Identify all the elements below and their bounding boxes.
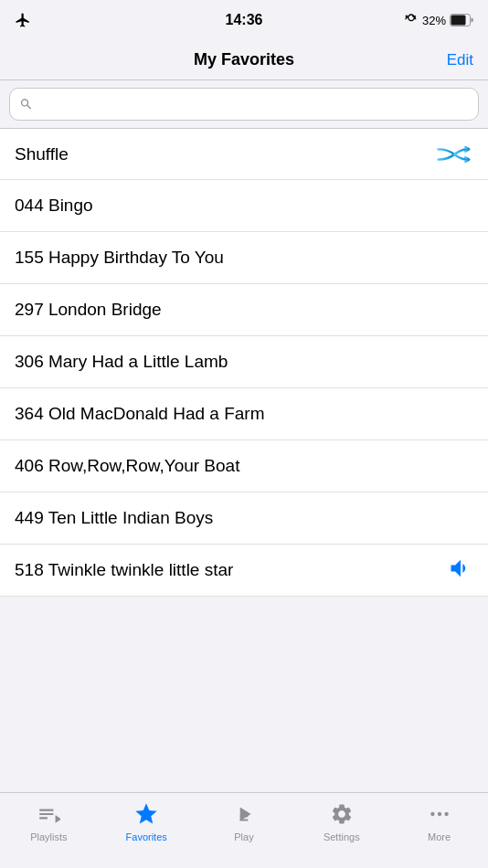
shuffle-label: Shuffle — [15, 144, 69, 164]
shuffle-row[interactable]: Shuffle — [0, 129, 488, 180]
song-row[interactable]: 155 Happy Birthday To You — [0, 232, 488, 284]
status-left — [15, 12, 88, 28]
song-row[interactable]: 306 Mary Had a Little Lamb — [0, 336, 488, 388]
tab-settings[interactable]: Settings — [292, 800, 390, 842]
song-list: 044 Bingo155 Happy Birthday To You297 Lo… — [0, 180, 488, 597]
song-title: 406 Row,Row,Row,Your Boat — [15, 456, 239, 476]
content-area: Shuffle — [0, 129, 488, 597]
edit-button[interactable]: Edit — [447, 51, 473, 69]
settings-tab-label: Settings — [324, 831, 360, 842]
settings-icon — [330, 800, 354, 828]
now-playing-icon — [448, 556, 473, 585]
svg-point-2 — [430, 812, 434, 816]
shuffle-icon — [437, 142, 473, 167]
battery-percent: 32% — [422, 14, 446, 27]
song-title: 518 Twinkle twinkle little star — [15, 560, 233, 580]
play-icon — [232, 800, 256, 828]
status-bar: 14:36 32% — [0, 0, 488, 40]
svg-point-3 — [437, 812, 440, 816]
song-title: 155 Happy Birthday To You — [15, 248, 224, 268]
song-row[interactable]: 364 Old MacDonald Had a Farm — [0, 388, 488, 440]
status-right: 32% — [400, 13, 473, 27]
song-title: 449 Ten Little Indian Boys — [15, 508, 213, 528]
playlists-tab-label: Playlists — [30, 831, 67, 842]
song-title: 044 Bingo — [15, 196, 93, 216]
status-time: 14:36 — [88, 12, 400, 28]
tab-playlists[interactable]: Playlists — [0, 800, 98, 842]
song-title: 364 Old MacDonald Had a Farm — [15, 404, 265, 424]
song-row[interactable]: 406 Row,Row,Row,Your Boat — [0, 440, 488, 492]
playlists-icon — [37, 800, 60, 828]
song-title: 297 London Bridge — [15, 300, 162, 320]
search-container — [0, 80, 488, 129]
search-bar[interactable] — [9, 88, 479, 121]
page-title: My Favorites — [194, 50, 294, 69]
tab-play[interactable]: Play — [196, 800, 293, 842]
tab-more[interactable]: More — [390, 800, 488, 842]
nav-bar: My Favorites Edit — [0, 40, 488, 80]
airplane-icon — [15, 12, 31, 28]
play-tab-label: Play — [234, 831, 253, 842]
search-input[interactable] — [38, 97, 469, 112]
more-icon — [428, 800, 451, 828]
svg-rect-1 — [451, 16, 466, 26]
search-icon — [19, 97, 33, 111]
tab-favorites[interactable]: Favorites — [98, 800, 196, 842]
svg-point-4 — [444, 812, 448, 816]
song-row[interactable]: 449 Ten Little Indian Boys — [0, 492, 488, 545]
battery-icon — [450, 14, 473, 26]
more-tab-label: More — [428, 831, 451, 842]
alarm-icon — [404, 13, 419, 27]
favorites-icon — [133, 800, 159, 828]
tab-bar: Playlists Favorites Play Settings — [0, 792, 488, 868]
song-title: 306 Mary Had a Little Lamb — [15, 352, 228, 372]
favorites-tab-label: Favorites — [126, 831, 167, 842]
song-row[interactable]: 297 London Bridge — [0, 284, 488, 336]
song-row[interactable]: 044 Bingo — [0, 180, 488, 232]
song-row[interactable]: 518 Twinkle twinkle little star — [0, 545, 488, 597]
